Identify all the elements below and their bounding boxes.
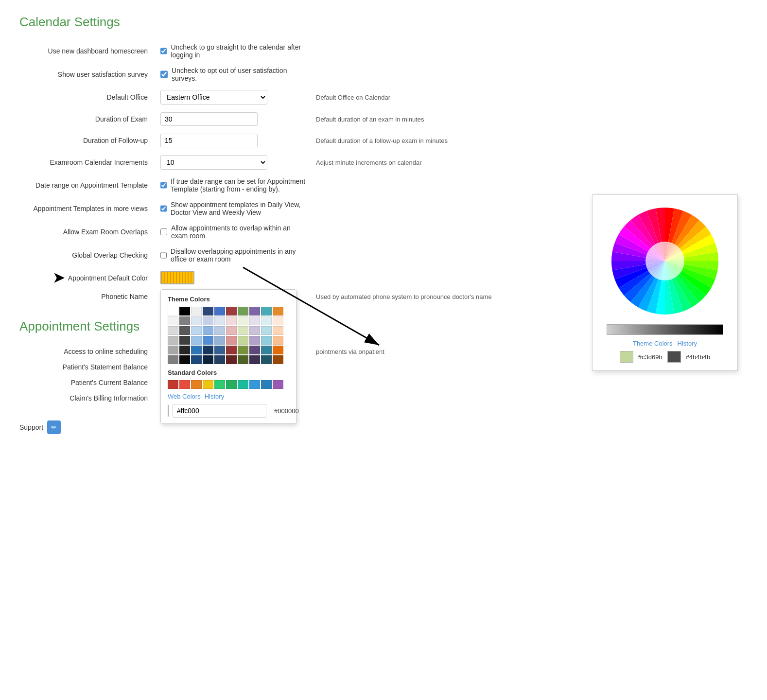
theme-color-cell[interactable] xyxy=(214,336,225,345)
theme-color-cell[interactable] xyxy=(214,307,225,315)
theme-color-cell[interactable] xyxy=(203,316,213,325)
theme-color-cell[interactable] xyxy=(226,336,237,345)
theme-color-cell[interactable] xyxy=(168,326,178,335)
theme-color-cell[interactable] xyxy=(261,316,272,325)
theme-color-cell[interactable] xyxy=(273,316,283,325)
theme-color-cell[interactable] xyxy=(226,307,237,315)
theme-color-cell[interactable] xyxy=(179,307,190,315)
theme-color-cell[interactable] xyxy=(203,326,213,335)
theme-color-cell[interactable] xyxy=(168,355,178,364)
standard-color-cell[interactable] xyxy=(249,380,260,389)
standard-color-cell[interactable] xyxy=(261,380,272,389)
theme-color-cell[interactable] xyxy=(226,316,237,325)
patient-current-label: Patient's Current Balance xyxy=(19,375,156,390)
theme-color-cell[interactable] xyxy=(249,326,260,335)
grayscale-bar xyxy=(607,324,723,335)
theme-color-cell[interactable] xyxy=(273,346,283,354)
theme-color-cell[interactable] xyxy=(179,316,190,325)
theme-color-cell[interactable] xyxy=(273,307,283,315)
theme-color-cell[interactable] xyxy=(273,326,283,335)
default-office-select[interactable]: Eastern Office xyxy=(160,90,267,105)
new-dashboard-checkbox[interactable] xyxy=(160,47,167,55)
wheel-hex-2: #4b4b4b xyxy=(686,353,711,361)
theme-color-cell[interactable] xyxy=(191,326,202,335)
theme-color-cell[interactable] xyxy=(249,346,260,354)
theme-color-cell[interactable] xyxy=(238,355,248,364)
standard-color-cell[interactable] xyxy=(168,380,178,389)
user-satisfaction-description: Uncheck to opt out of user satisfaction … xyxy=(172,67,306,82)
theme-color-cell[interactable] xyxy=(214,355,225,364)
theme-color-cell[interactable] xyxy=(261,326,272,335)
theme-color-cell[interactable] xyxy=(249,316,260,325)
standard-color-cell[interactable] xyxy=(273,380,283,389)
standard-color-cell[interactable] xyxy=(238,380,248,389)
theme-color-cell[interactable] xyxy=(179,346,190,354)
web-colors-link[interactable]: Web Colors xyxy=(168,393,201,400)
color-hex-input[interactable] xyxy=(173,404,266,418)
theme-color-cell[interactable] xyxy=(226,355,237,364)
color-preview-swatch xyxy=(168,405,169,417)
theme-color-cell[interactable] xyxy=(168,316,178,325)
theme-color-cell[interactable] xyxy=(273,336,283,345)
theme-color-cell[interactable] xyxy=(168,336,178,345)
theme-color-cell[interactable] xyxy=(203,355,213,364)
theme-color-cell[interactable] xyxy=(191,346,202,354)
theme-color-cell[interactable] xyxy=(203,346,213,354)
wheel-history-link[interactable]: History xyxy=(678,340,697,347)
date-range-checkbox[interactable] xyxy=(160,181,167,189)
theme-color-cell[interactable] xyxy=(214,346,225,354)
theme-color-cell[interactable] xyxy=(226,346,237,354)
arrow-annotation-icon: ➤ xyxy=(53,271,64,285)
standard-color-cell[interactable] xyxy=(226,380,237,389)
wheel-theme-colors-link[interactable]: Theme Colors xyxy=(633,340,673,347)
examroom-select[interactable]: 10 xyxy=(160,155,267,170)
theme-color-cell[interactable] xyxy=(168,346,178,354)
theme-color-cell[interactable] xyxy=(261,307,272,315)
theme-color-cell[interactable] xyxy=(179,355,190,364)
theme-color-cell[interactable] xyxy=(214,316,225,325)
appt-templates-checkbox[interactable] xyxy=(160,205,167,212)
patient-statement-label: Patient's Statement Balance xyxy=(19,359,156,375)
theme-color-cell[interactable] xyxy=(214,326,225,335)
theme-colors-label: Theme Colors xyxy=(168,296,289,303)
online-scheduling-label: Access to online scheduling xyxy=(19,344,156,359)
theme-color-cell[interactable] xyxy=(238,346,248,354)
theme-color-cell[interactable] xyxy=(179,336,190,345)
duration-exam-input[interactable] xyxy=(160,112,258,126)
duration-followup-input[interactable] xyxy=(160,134,258,147)
standard-colors-label: Standard Colors xyxy=(168,369,289,376)
theme-color-cell[interactable] xyxy=(191,355,202,364)
duration-followup-label: Duration of Follow-up xyxy=(19,130,156,151)
theme-color-cell[interactable] xyxy=(238,316,248,325)
exam-overlaps-checkbox[interactable] xyxy=(160,228,167,236)
theme-color-cell[interactable] xyxy=(191,307,202,315)
theme-color-cell[interactable] xyxy=(238,336,248,345)
theme-color-cell[interactable] xyxy=(249,336,260,345)
theme-color-cell[interactable] xyxy=(261,336,272,345)
theme-color-cell[interactable] xyxy=(261,355,272,364)
theme-color-cell[interactable] xyxy=(168,307,178,315)
theme-color-cell[interactable] xyxy=(191,316,202,325)
theme-color-cell[interactable] xyxy=(191,336,202,345)
theme-color-cell[interactable] xyxy=(249,355,260,364)
support-icon-button[interactable]: ✏ xyxy=(47,420,61,434)
standard-color-cell[interactable] xyxy=(214,380,225,389)
standard-color-cell[interactable] xyxy=(203,380,213,389)
standard-color-cell[interactable] xyxy=(191,380,202,389)
patient-current-row: Patient's Current Balance xyxy=(19,375,748,390)
appointment-color-swatch-button[interactable] xyxy=(160,271,194,284)
theme-color-cell[interactable] xyxy=(226,326,237,335)
global-overlap-checkbox[interactable] xyxy=(160,251,167,259)
theme-color-cell[interactable] xyxy=(261,346,272,354)
standard-color-cell[interactable] xyxy=(179,380,190,389)
claim-billing-label: Claim's Billing Information xyxy=(19,390,156,406)
history-link[interactable]: History xyxy=(205,393,224,400)
theme-color-cell[interactable] xyxy=(203,307,213,315)
theme-color-cell[interactable] xyxy=(238,307,248,315)
theme-color-cell[interactable] xyxy=(179,326,190,335)
user-satisfaction-checkbox[interactable] xyxy=(160,70,168,78)
theme-color-cell[interactable] xyxy=(249,307,260,315)
theme-color-cell[interactable] xyxy=(238,326,248,335)
theme-color-cell[interactable] xyxy=(203,336,213,345)
theme-color-cell[interactable] xyxy=(273,355,283,364)
